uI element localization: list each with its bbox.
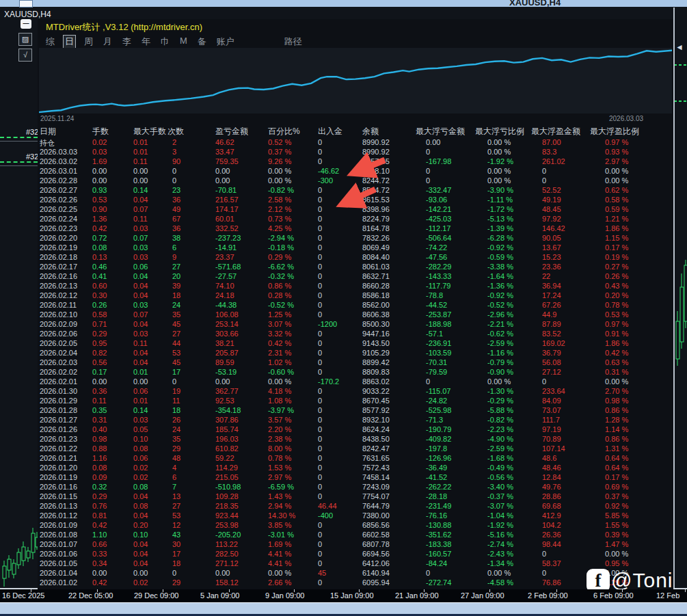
cell: 0 — [318, 339, 322, 347]
cell: 0 — [318, 473, 322, 481]
cell: 12.84 — [542, 473, 561, 481]
chart-right-frame — [673, 8, 675, 588]
cell: 1.47 % — [605, 540, 628, 548]
cell: 0 — [318, 196, 322, 204]
table-row: 2026.02.250.900.0749174.172.12 %08398.96… — [38, 205, 673, 215]
cell: -27.57 — [215, 272, 237, 280]
cell: 0 — [318, 282, 322, 290]
cell: 0 — [318, 454, 322, 462]
cell: 持仓 — [40, 138, 55, 148]
cell: 83.3 — [542, 148, 556, 156]
cell: 0.07 — [133, 205, 148, 213]
cell: 0.06 — [133, 387, 148, 395]
table-row: 2026.01.280.350.1418-354.18-3.97 %08577.… — [38, 406, 673, 416]
cell: 8069.49 — [362, 243, 390, 252]
cell: 216.57 — [215, 196, 239, 204]
cell: 0.53 — [92, 196, 107, 204]
cell: 0.04 — [133, 291, 148, 299]
cell: -1.68 % — [487, 454, 513, 462]
cell: 0 — [318, 425, 322, 433]
cell: 18 — [172, 559, 180, 567]
cell: 7243.09 — [362, 483, 390, 491]
cell: 0.39 % — [605, 531, 628, 539]
cell: 2.58 % — [268, 196, 291, 204]
axis-tick — [229, 589, 230, 592]
cell: -70.31 — [426, 358, 447, 366]
cell: 1.43 % — [268, 492, 291, 500]
cell: 1.10 — [92, 531, 107, 539]
cell: 0.76 — [92, 502, 107, 510]
cell: 0.31 % — [605, 368, 628, 376]
table-row: 2026.03.030.030.01333.470.37 %08990.9200… — [38, 148, 673, 157]
status-bar[interactable] — [0, 602, 687, 615]
cell: 36.94 — [542, 282, 561, 290]
cell: -525.98 — [426, 406, 451, 414]
cell: 6 — [172, 243, 176, 252]
cell: 0 — [318, 483, 322, 491]
cell: -53.19 — [215, 368, 237, 376]
table-row: 持仓0.020.01246.620.52 %08990.920.000.00 %… — [38, 138, 673, 148]
cell: -1.92 % — [487, 521, 513, 529]
cell: -2.43 % — [487, 550, 513, 558]
cell: 6140.94 — [362, 569, 390, 577]
cell: 0.03 — [92, 148, 107, 156]
cell: 0.42 % — [605, 349, 628, 357]
cell: -1.16 % — [487, 349, 513, 357]
panel-minimize-button[interactable]: — — [21, 19, 31, 29]
cell: 0 — [542, 377, 546, 386]
cell: 0.09 — [92, 473, 107, 481]
cell: 26.36 — [542, 531, 561, 539]
cell: 8932.10 — [362, 416, 390, 424]
cell: -93.06 — [426, 196, 447, 204]
cell: 2026.01.15 — [40, 492, 77, 500]
cell: -6.28 % — [487, 234, 513, 242]
cell: -332.47 — [426, 186, 451, 194]
cell: 0.53 % — [605, 310, 628, 319]
cell: 0 — [172, 176, 176, 185]
cell: 0.30 — [92, 291, 107, 299]
cell: 7644.79 — [362, 502, 390, 510]
cell: -41.52 — [426, 473, 447, 481]
cell: 0 — [426, 148, 430, 156]
cell: 0 — [426, 176, 430, 185]
cell: -1.30 % — [487, 387, 513, 395]
cell: -400 — [318, 511, 333, 520]
cell: 0 — [318, 138, 322, 146]
cell: 83.52 — [542, 330, 561, 338]
cell: -0.18 % — [268, 243, 294, 252]
cell: -1.34 % — [487, 559, 513, 567]
cell: 39 — [172, 282, 180, 290]
table-row: 2026.02.020.170.0117-53.19-0.60 %08809.8… — [38, 368, 673, 377]
cell: -2.74 % — [487, 540, 513, 548]
cell: 23.37 — [215, 253, 234, 261]
table-row: 2026.01.190.090.026215.052.97 %07458.14-… — [38, 473, 673, 483]
cell: 27 — [172, 502, 180, 510]
cell: 2026.01.26 — [40, 425, 77, 433]
cell: -0.82 % — [487, 416, 513, 424]
cell: 2026.01.02 — [40, 578, 77, 587]
cell: -3.38 % — [487, 263, 513, 271]
cell: -262.22 — [426, 483, 451, 491]
cell: -103.59 — [426, 349, 451, 357]
cell: -47.56 — [426, 253, 447, 261]
cell: 0.98 — [92, 435, 107, 443]
cell: -44.38 — [215, 301, 237, 309]
cell: -5.13 % — [487, 215, 513, 223]
cell: 0 — [318, 531, 322, 539]
cell: -0.49 % — [487, 464, 513, 472]
cell: 0.08 — [133, 502, 148, 510]
cell: -167.98 — [426, 157, 451, 165]
cell: 8670.45 — [362, 397, 390, 405]
cell: -0.56 % — [487, 473, 513, 481]
cell: 0.52 % — [268, 138, 291, 146]
cell: 8198.10 — [362, 167, 390, 175]
cell: 0.64 % — [605, 464, 628, 472]
time-axis-label: 9 Jan 09:00 — [265, 591, 305, 600]
cell: -0.60 % — [268, 368, 294, 376]
cell: 76.86 — [542, 578, 561, 587]
cell: 19 — [172, 387, 180, 395]
cell: -6.59 % — [268, 483, 294, 491]
cell: 2.20 % — [268, 425, 291, 433]
axis-tick — [685, 589, 686, 592]
table-row: 2026.01.300.360.0619362.774.18 %09033.22… — [38, 387, 673, 397]
